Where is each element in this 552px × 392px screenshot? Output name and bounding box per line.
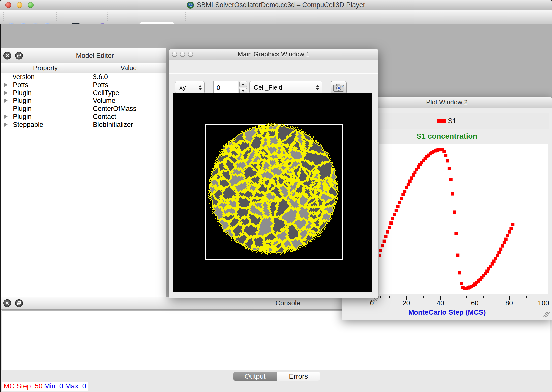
property-cell: version bbox=[13, 73, 35, 81]
slice-number-field[interactable]: 0 bbox=[213, 81, 238, 94]
value-cell: CellType bbox=[93, 89, 119, 97]
application-window: CC 3D SBMLSolverOscilatorDemo.cc3d – Com… bbox=[0, 0, 552, 392]
tick-label: 80 bbox=[499, 299, 519, 307]
tick-label: 60 bbox=[465, 299, 485, 307]
snapshot-button[interactable] bbox=[331, 81, 347, 94]
projection-combobox[interactable]: xy bbox=[175, 81, 205, 94]
model-editor-panel: Model Editor Property Value version 3.6.… bbox=[0, 48, 166, 321]
float-windows-icon bbox=[17, 54, 21, 58]
slice-spinner[interactable] bbox=[239, 81, 247, 94]
min-max-status: Min: 0 Max: 0 bbox=[42, 382, 88, 391]
stepper-arrows-icon bbox=[198, 85, 202, 90]
tab-errors[interactable]: Errors bbox=[277, 372, 320, 381]
toolbar-handle bbox=[3, 12, 4, 22]
toolbar-handle bbox=[107, 12, 108, 22]
close-dock-button[interactable] bbox=[3, 52, 11, 60]
title-group: CC 3D SBMLSolverOscilatorDemo.cc3d – Com… bbox=[0, 0, 552, 10]
value-cell: BlobInitializer bbox=[93, 121, 133, 129]
minor-tick bbox=[535, 296, 535, 298]
separator-line bbox=[169, 73, 378, 74]
minor-tick bbox=[398, 296, 398, 298]
minor-tick bbox=[432, 296, 432, 298]
expand-arrow-icon[interactable] bbox=[4, 99, 8, 103]
resize-grip-icon[interactable] bbox=[542, 310, 551, 318]
main-toolbar: 100% bbox=[0, 10, 552, 24]
tree-row-steppable-blobinitializer[interactable]: Steppable BlobInitializer bbox=[0, 121, 166, 129]
app-icon: CC 3D bbox=[187, 1, 194, 9]
minor-tick bbox=[389, 296, 390, 298]
tree-row-plugin-contact[interactable]: Plugin Contact bbox=[0, 113, 166, 121]
expand-arrow-icon[interactable] bbox=[4, 83, 8, 87]
mc-step-status: MC Step: 50 bbox=[2, 382, 44, 391]
minor-tick bbox=[526, 296, 527, 298]
expand-arrow-icon[interactable] bbox=[4, 123, 8, 127]
graphics-window-titlebar[interactable]: Main Graphics Window 1 bbox=[169, 49, 378, 60]
value-cell: 3.6.0 bbox=[93, 73, 108, 81]
model-editor-tree: version 3.6.0 Potts Potts Plugin CellTyp… bbox=[0, 73, 166, 321]
property-cell: Plugin bbox=[13, 97, 32, 105]
model-editor-header: Model Editor bbox=[0, 48, 166, 63]
minor-tick bbox=[380, 296, 381, 298]
svg-text:CC: CC bbox=[189, 3, 192, 5]
minor-tick bbox=[466, 296, 467, 298]
tick-label: 100 bbox=[534, 299, 552, 307]
graphics-window-title: Main Graphics Window 1 bbox=[238, 50, 310, 58]
tree-row-plugin-celltype[interactable]: Plugin CellType bbox=[0, 89, 166, 97]
svg-text:3D: 3D bbox=[189, 5, 192, 8]
float-windows-icon bbox=[17, 301, 21, 305]
minor-tick bbox=[483, 296, 484, 298]
main-graphics-window: Main Graphics Window 1 xy 0 Cell_Field bbox=[169, 49, 378, 298]
property-cell: Plugin bbox=[13, 105, 32, 113]
major-tick bbox=[509, 296, 510, 300]
minor-tick bbox=[423, 296, 424, 298]
tab-output[interactable]: Output bbox=[233, 372, 277, 381]
window-title: SBMLSolverOscilatorDemo.cc3d – CompuCell… bbox=[197, 1, 365, 9]
cell-field-view[interactable] bbox=[173, 93, 372, 292]
plot-canvas-area bbox=[379, 144, 548, 294]
legend-series-swatch bbox=[437, 119, 446, 123]
tree-row-version[interactable]: version 3.6.0 bbox=[0, 73, 166, 81]
legend-series-label: S1 bbox=[448, 117, 456, 125]
tree-row-plugin-volume[interactable]: Plugin Volume bbox=[0, 97, 166, 105]
close-dock-button[interactable] bbox=[3, 299, 11, 307]
tree-row-plugin-centerofmass[interactable]: Plugin CenterOfMass bbox=[0, 105, 166, 113]
screen-edge-strip bbox=[0, 24, 1, 392]
camera-icon bbox=[333, 83, 344, 92]
expand-arrow-icon[interactable] bbox=[4, 115, 8, 119]
scatter-plot-canvas bbox=[379, 144, 548, 294]
float-dock-button[interactable] bbox=[15, 299, 23, 307]
inactive-minimize-button[interactable] bbox=[180, 52, 185, 57]
tick-label: 40 bbox=[430, 299, 450, 307]
stepper-arrows-icon bbox=[316, 85, 319, 90]
property-cell: Plugin bbox=[13, 89, 32, 97]
window-titlebar: CC 3D SBMLSolverOscilatorDemo.cc3d – Com… bbox=[0, 0, 552, 10]
value-cell: Potts bbox=[93, 81, 108, 89]
column-header-value[interactable]: Value bbox=[91, 63, 166, 73]
property-cell: Potts bbox=[13, 81, 28, 89]
model-editor-title: Model Editor bbox=[24, 48, 166, 63]
property-cell: Steppable bbox=[13, 121, 43, 129]
field-combobox[interactable]: Cell_Field bbox=[249, 81, 322, 94]
float-dock-button[interactable] bbox=[15, 52, 23, 60]
value-cell: Volume bbox=[93, 97, 115, 105]
major-tick bbox=[406, 296, 407, 300]
column-header-property[interactable]: Property bbox=[0, 63, 91, 73]
major-tick bbox=[475, 296, 475, 300]
major-tick bbox=[440, 296, 441, 300]
expand-arrow-icon[interactable] bbox=[4, 91, 8, 95]
minor-tick bbox=[458, 296, 458, 298]
plot-window-title: Plot Window 2 bbox=[426, 98, 468, 106]
value-cell: Contact bbox=[93, 113, 116, 121]
tree-row-potts[interactable]: Potts Potts bbox=[0, 81, 166, 89]
spin-up-button[interactable] bbox=[239, 81, 247, 87]
inactive-close-button[interactable] bbox=[172, 52, 177, 57]
minor-tick bbox=[501, 296, 501, 298]
minor-tick bbox=[518, 296, 518, 298]
toolbar-handle bbox=[185, 12, 186, 22]
inactive-zoom-button[interactable] bbox=[188, 52, 193, 57]
slice-number-value: 0 bbox=[217, 84, 220, 92]
toolbar-handle bbox=[56, 12, 57, 22]
tick-label: 20 bbox=[396, 299, 416, 307]
x-axis-title: MonteCarlo Step (MCS) bbox=[342, 308, 552, 316]
minor-tick bbox=[492, 296, 492, 298]
